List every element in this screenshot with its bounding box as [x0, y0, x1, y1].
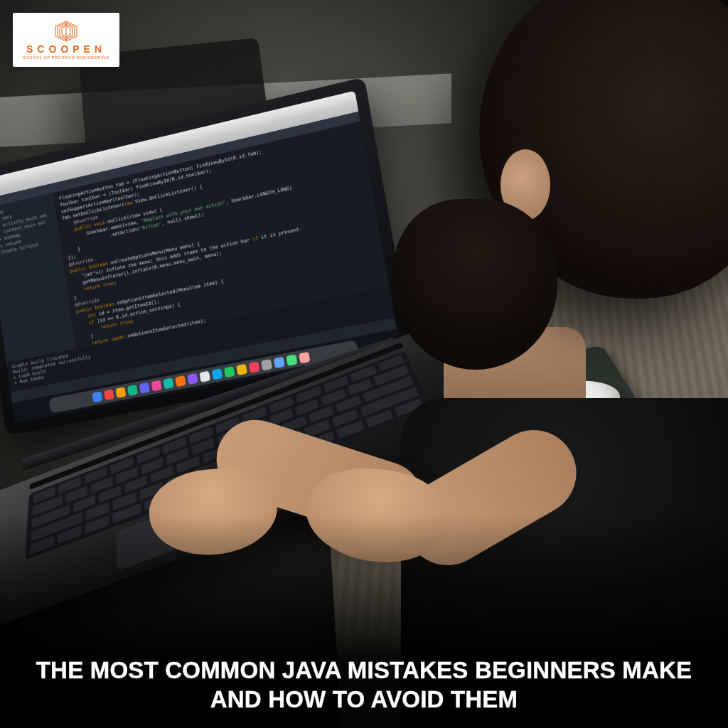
dock-app-icon	[199, 371, 210, 382]
dock-app-icon	[261, 359, 272, 370]
dock-app-icon	[236, 364, 247, 375]
headline: THE MOST COMMON JAVA MISTAKES BEGINNERS …	[0, 655, 728, 714]
dock-app-icon	[224, 366, 235, 378]
dock-app-icon	[104, 389, 114, 400]
dock-app-icon	[151, 380, 162, 392]
dock-app-icon	[139, 382, 150, 394]
logo-subtitle: SCHOOL OF PROGRAM ENGINEERING	[23, 55, 109, 60]
logo-brand-text: SCOOPEN	[26, 43, 106, 55]
dock-app-icon	[175, 375, 186, 387]
dock-app-icon	[286, 354, 297, 366]
headline-line-1: THE MOST COMMON JAVA MISTAKES BEGINNERS …	[0, 655, 728, 685]
promo-image: ▸ app ▾ java activity_main.xml content_m…	[0, 0, 728, 728]
dock-app-icon	[115, 387, 126, 398]
dock-app-icon	[299, 352, 310, 364]
dock-app-icon	[163, 378, 173, 389]
dock-app-icon	[274, 357, 285, 369]
headline-line-2: AND HOW TO AVOID THEM	[0, 685, 728, 714]
dock-app-icon	[212, 368, 223, 380]
dock-app-icon	[249, 361, 260, 373]
logo-mark-icon	[53, 21, 80, 42]
dock-app-icon	[187, 373, 198, 385]
brand-logo: SCOOPEN SCHOOL OF PROGRAM ENGINEERING	[13, 13, 119, 67]
dock-app-icon	[92, 391, 102, 402]
dock-app-icon	[127, 385, 138, 396]
person-beard	[394, 199, 557, 370]
